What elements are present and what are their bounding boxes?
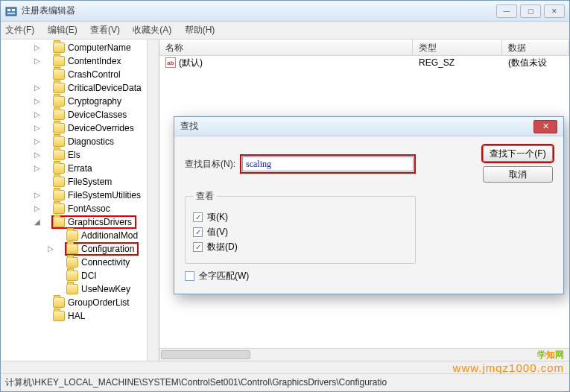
expander-icon[interactable]: ▷: [34, 124, 41, 132]
expander-icon[interactable]: ▷: [34, 84, 41, 92]
svg-rect-2: [12, 9, 15, 11]
menu-favorites[interactable]: 收藏夹(A): [133, 25, 171, 35]
close-button[interactable]: ✕: [544, 4, 565, 18]
regedit-icon: [5, 5, 17, 17]
folder-icon: [53, 150, 65, 160]
folder-icon: [53, 96, 65, 107]
find-next-button[interactable]: 查找下一个(F): [483, 145, 553, 162]
expander-icon[interactable]: ▷: [34, 57, 41, 65]
expander-icon[interactable]: ▷: [47, 245, 54, 253]
menu-file[interactable]: 文件(F): [5, 25, 34, 35]
menu-edit[interactable]: 编辑(E): [48, 25, 77, 35]
maximize-button[interactable]: ▢: [520, 4, 541, 18]
tree-item-label: AdditionalMod: [81, 230, 138, 241]
tree-item-hal[interactable]: HAL: [1, 309, 159, 323]
folder-icon: [53, 83, 65, 93]
tree-item-dci[interactable]: DCI: [1, 269, 159, 282]
find-lookat-legend: 查看: [193, 190, 217, 203]
tree-item-configuration[interactable]: ▷Configuration: [1, 242, 159, 256]
tree-item-label: Els: [68, 150, 80, 160]
tree-item-diagnostics[interactable]: ▷Diagnostics: [1, 135, 159, 148]
tree-item-computername[interactable]: ▷ComputerName: [1, 41, 159, 54]
tree-item-crashcontrol[interactable]: CrashControl: [1, 68, 159, 81]
column-type[interactable]: 类型: [413, 39, 502, 55]
checkbox-data[interactable]: ✓: [193, 242, 203, 252]
tree-item-label: CriticalDeviceData: [68, 83, 142, 93]
tree-item-label: DeviceClasses: [68, 110, 127, 120]
folder-icon: [66, 284, 78, 294]
expander-icon[interactable]: ▷: [34, 192, 41, 199]
folder-icon: [53, 110, 65, 120]
tree-item-usenewkey[interactable]: UseNewKey: [1, 282, 159, 296]
tree-item-label: FontAssoc: [68, 203, 110, 214]
value-type: REG_SZ: [413, 57, 502, 69]
tree-item-contentindex[interactable]: ▷ContentIndex: [1, 54, 159, 68]
checkbox-whole[interactable]: [185, 271, 194, 281]
tree-item-errata[interactable]: ▷Errata: [1, 162, 159, 175]
registry-editor-window: 注册表编辑器 — ▢ ✕ 文件(F) 编辑(E) 查看(V) 收藏夹(A) 帮助…: [0, 0, 570, 392]
registry-tree: ▷ComputerName▷ContentIndexCrashControl▷C…: [1, 39, 159, 324]
tree-item-graphicsdrivers[interactable]: ◢GraphicsDrivers: [1, 215, 159, 229]
find-titlebar: 查找 ✕: [174, 117, 563, 136]
tree-item-label: DCI: [81, 271, 97, 281]
value-data: (数值未设: [502, 56, 569, 70]
tree-pane: ▷ComputerName▷ContentIndexCrashControl▷C…: [1, 39, 159, 361]
expander-icon[interactable]: ▷: [34, 205, 41, 212]
tree-item-label: FileSystemUtilities: [68, 190, 141, 200]
tree-scrollbar[interactable]: [147, 39, 159, 361]
window-title: 注册表编辑器: [22, 4, 496, 17]
tree-item-label: FileSystem: [68, 177, 112, 187]
tree-item-grouporderlist[interactable]: GroupOrderList: [1, 296, 159, 309]
list-row[interactable]: ab (默认) REG_SZ (数值未设: [159, 56, 569, 69]
tree-item-label: Errata: [68, 163, 92, 174]
folder-icon: [53, 190, 65, 200]
expander-icon[interactable]: ▷: [34, 151, 41, 159]
svg-rect-3: [7, 13, 15, 14]
folder-icon: [53, 311, 65, 321]
minimize-button[interactable]: —: [496, 4, 517, 18]
tree-item-additionalmod[interactable]: AdditionalMod: [1, 229, 159, 242]
expander-icon[interactable]: ▷: [34, 44, 41, 51]
folder-icon: [53, 217, 65, 227]
expander-icon[interactable]: ▷: [34, 111, 41, 118]
checkbox-values[interactable]: ✓: [193, 227, 203, 237]
menu-view[interactable]: 查看(V): [90, 25, 120, 35]
tree-item-label: Connectivity: [81, 257, 130, 268]
checkbox-keys[interactable]: ✓: [193, 212, 203, 222]
tree-item-deviceoverrides[interactable]: ▷DeviceOverrides: [1, 121, 159, 135]
expander-icon[interactable]: ▷: [34, 98, 41, 105]
tree-item-filesystemutilities[interactable]: ▷FileSystemUtilities: [1, 189, 159, 202]
list-h-scrollbar[interactable]: [159, 348, 569, 361]
main-h-scrollbar[interactable]: [1, 361, 569, 373]
tree-item-filesystem[interactable]: FileSystem: [1, 175, 159, 189]
tree-item-criticaldevicedata[interactable]: ▷CriticalDeviceData: [1, 81, 159, 95]
folder-icon: [53, 42, 65, 53]
expander-icon[interactable]: ▷: [34, 138, 41, 145]
checkbox-keys-label: 项(K): [207, 211, 228, 224]
tree-item-els[interactable]: ▷Els: [1, 148, 159, 162]
find-close-button[interactable]: ✕: [533, 120, 557, 133]
column-data[interactable]: 数据: [502, 39, 569, 55]
scroll-thumb[interactable]: [161, 350, 250, 359]
tree-item-connectivity[interactable]: Connectivity: [1, 256, 159, 269]
svg-rect-1: [7, 9, 10, 11]
tree-item-label: HAL: [68, 311, 85, 321]
tree-item-cryptography[interactable]: ▷Cryptography: [1, 95, 159, 108]
tree-item-fontassoc[interactable]: ▷FontAssoc: [1, 202, 159, 215]
column-name[interactable]: 名称: [159, 39, 413, 55]
menu-help[interactable]: 帮助(H): [185, 25, 215, 35]
folder-icon: [53, 56, 65, 66]
tree-item-label: Configuration: [81, 244, 134, 254]
content-area: ▷ComputerName▷ContentIndexCrashControl▷C…: [1, 39, 569, 361]
find-input[interactable]: [242, 157, 414, 171]
tree-item-label: DeviceOverrides: [68, 123, 134, 133]
tree-item-deviceclasses[interactable]: ▷DeviceClasses: [1, 108, 159, 121]
string-value-icon: ab: [165, 57, 176, 68]
expander-icon[interactable]: ▷: [34, 165, 41, 172]
list-header: 名称 类型 数据: [159, 39, 569, 56]
find-cancel-button[interactable]: 取消: [483, 166, 553, 183]
find-dialog: 查找 ✕ 查找目标(N): 查找下一个(F) 取消 查看 ✓项(K): [174, 116, 564, 294]
expander-icon[interactable]: ◢: [34, 218, 41, 226]
find-input-highlight: [240, 154, 416, 174]
tree-item-label: ContentIndex: [68, 56, 121, 66]
